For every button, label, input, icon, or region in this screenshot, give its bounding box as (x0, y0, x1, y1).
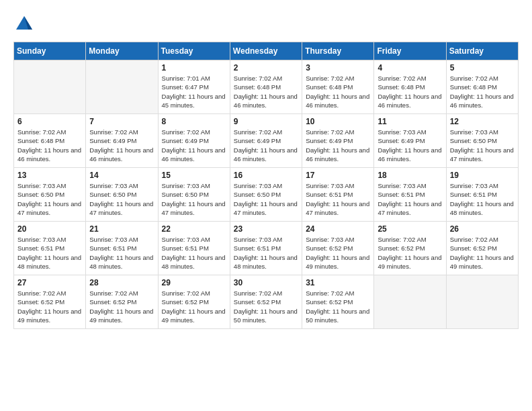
cell-info: Sunrise: 7:03 AMSunset: 6:51 PMDaylight:… (89, 235, 154, 271)
col-header-friday: Friday (374, 42, 446, 60)
cell-info: Sunrise: 7:02 AMSunset: 6:48 PMDaylight:… (306, 74, 370, 109)
day-number: 30 (234, 278, 298, 287)
day-number: 6 (17, 117, 82, 126)
calendar-cell: 3Sunrise: 7:02 AMSunset: 6:48 PMDaylight… (302, 60, 374, 114)
calendar-cell: 22Sunrise: 7:03 AMSunset: 6:51 PMDayligh… (158, 222, 230, 275)
day-number: 12 (450, 117, 515, 126)
day-number: 17 (306, 171, 370, 180)
cell-info: Sunrise: 7:02 AMSunset: 6:52 PMDaylight:… (450, 235, 515, 271)
day-number: 9 (234, 117, 298, 126)
day-number: 27 (17, 278, 82, 287)
calendar-cell: 31Sunrise: 7:02 AMSunset: 6:52 PMDayligh… (302, 275, 374, 329)
cell-info: Sunrise: 7:03 AMSunset: 6:49 PMDaylight:… (378, 128, 442, 163)
day-number: 11 (378, 117, 442, 126)
calendar-cell: 21Sunrise: 7:03 AMSunset: 6:51 PMDayligh… (86, 222, 158, 275)
calendar-cell (446, 275, 518, 329)
day-number: 23 (234, 224, 298, 234)
day-number: 3 (306, 63, 370, 73)
cell-info: Sunrise: 7:02 AMSunset: 6:49 PMDaylight:… (162, 128, 226, 163)
cell-info: Sunrise: 7:02 AMSunset: 6:52 PMDaylight:… (17, 289, 82, 324)
day-number: 29 (162, 278, 226, 287)
calendar-cell: 8Sunrise: 7:02 AMSunset: 6:49 PMDaylight… (158, 114, 230, 168)
day-number: 7 (89, 117, 154, 126)
calendar-cell: 27Sunrise: 7:02 AMSunset: 6:52 PMDayligh… (14, 275, 86, 329)
day-number: 31 (306, 278, 370, 287)
col-header-tuesday: Tuesday (158, 42, 230, 60)
cell-info: Sunrise: 7:02 AMSunset: 6:52 PMDaylight:… (162, 289, 226, 324)
calendar-cell: 11Sunrise: 7:03 AMSunset: 6:49 PMDayligh… (374, 114, 446, 168)
calendar-cell: 23Sunrise: 7:03 AMSunset: 6:51 PMDayligh… (230, 222, 302, 275)
calendar-cell: 28Sunrise: 7:02 AMSunset: 6:52 PMDayligh… (86, 275, 158, 329)
day-number: 21 (89, 224, 154, 234)
cell-info: Sunrise: 7:03 AMSunset: 6:52 PMDaylight:… (306, 235, 370, 271)
day-number: 8 (162, 117, 226, 126)
calendar-cell: 13Sunrise: 7:03 AMSunset: 6:50 PMDayligh… (14, 168, 86, 222)
cell-info: Sunrise: 7:03 AMSunset: 6:51 PMDaylight:… (17, 235, 82, 271)
day-number: 2 (234, 63, 298, 73)
day-number: 18 (378, 171, 442, 180)
calendar-cell: 12Sunrise: 7:03 AMSunset: 6:50 PMDayligh… (446, 114, 518, 168)
calendar-cell: 5Sunrise: 7:02 AMSunset: 6:48 PMDaylight… (446, 60, 518, 114)
calendar-table: SundayMondayTuesdayWednesdayThursdayFrid… (13, 42, 519, 329)
cell-info: Sunrise: 7:03 AMSunset: 6:51 PMDaylight:… (306, 181, 370, 217)
calendar-cell: 29Sunrise: 7:02 AMSunset: 6:52 PMDayligh… (158, 275, 230, 329)
cell-info: Sunrise: 7:02 AMSunset: 6:49 PMDaylight:… (234, 128, 298, 163)
col-header-wednesday: Wednesday (230, 42, 302, 60)
day-number: 19 (450, 171, 515, 180)
cell-info: Sunrise: 7:02 AMSunset: 6:52 PMDaylight:… (306, 289, 370, 324)
cell-info: Sunrise: 7:02 AMSunset: 6:49 PMDaylight:… (89, 128, 154, 163)
day-number: 14 (89, 171, 154, 180)
cell-info: Sunrise: 7:03 AMSunset: 6:51 PMDaylight:… (378, 181, 442, 217)
day-number: 5 (450, 63, 515, 73)
calendar-cell (374, 275, 446, 329)
calendar-cell: 10Sunrise: 7:02 AMSunset: 6:49 PMDayligh… (302, 114, 374, 168)
cell-info: Sunrise: 7:03 AMSunset: 6:51 PMDaylight:… (450, 181, 515, 217)
day-number: 10 (306, 117, 370, 126)
calendar-cell: 6Sunrise: 7:02 AMSunset: 6:48 PMDaylight… (14, 114, 86, 168)
cell-info: Sunrise: 7:02 AMSunset: 6:48 PMDaylight:… (450, 74, 515, 109)
calendar-row-4: 20Sunrise: 7:03 AMSunset: 6:51 PMDayligh… (14, 222, 519, 275)
calendar-cell: 26Sunrise: 7:02 AMSunset: 6:52 PMDayligh… (446, 222, 518, 275)
calendar-cell: 2Sunrise: 7:02 AMSunset: 6:48 PMDaylight… (230, 60, 302, 114)
calendar-cell: 30Sunrise: 7:02 AMSunset: 6:52 PMDayligh… (230, 275, 302, 329)
day-number: 22 (162, 224, 226, 234)
calendar-cell: 4Sunrise: 7:02 AMSunset: 6:48 PMDaylight… (374, 60, 446, 114)
cell-info: Sunrise: 7:02 AMSunset: 6:48 PMDaylight:… (378, 74, 442, 109)
cell-info: Sunrise: 7:03 AMSunset: 6:50 PMDaylight:… (89, 181, 154, 217)
cell-info: Sunrise: 7:03 AMSunset: 6:51 PMDaylight:… (234, 235, 298, 271)
cell-info: Sunrise: 7:02 AMSunset: 6:49 PMDaylight:… (306, 128, 370, 163)
cell-info: Sunrise: 7:02 AMSunset: 6:48 PMDaylight:… (17, 128, 82, 163)
calendar-cell: 16Sunrise: 7:03 AMSunset: 6:50 PMDayligh… (230, 168, 302, 222)
calendar-cell: 7Sunrise: 7:02 AMSunset: 6:49 PMDaylight… (86, 114, 158, 168)
day-number: 4 (378, 63, 442, 73)
cell-info: Sunrise: 7:03 AMSunset: 6:50 PMDaylight:… (162, 181, 226, 217)
cell-info: Sunrise: 7:03 AMSunset: 6:50 PMDaylight:… (234, 181, 298, 217)
calendar-cell: 17Sunrise: 7:03 AMSunset: 6:51 PMDayligh… (302, 168, 374, 222)
logo-icon (13, 13, 35, 35)
day-number: 16 (234, 171, 298, 180)
calendar-cell: 24Sunrise: 7:03 AMSunset: 6:52 PMDayligh… (302, 222, 374, 275)
calendar-row-5: 27Sunrise: 7:02 AMSunset: 6:52 PMDayligh… (14, 275, 519, 329)
calendar-cell: 9Sunrise: 7:02 AMSunset: 6:49 PMDaylight… (230, 114, 302, 168)
calendar-cell: 1Sunrise: 7:01 AMSunset: 6:47 PMDaylight… (158, 60, 230, 114)
calendar-cell: 25Sunrise: 7:02 AMSunset: 6:52 PMDayligh… (374, 222, 446, 275)
cell-info: Sunrise: 7:03 AMSunset: 6:50 PMDaylight:… (17, 181, 82, 217)
logo (13, 13, 38, 35)
calendar-row-2: 6Sunrise: 7:02 AMSunset: 6:48 PMDaylight… (14, 114, 519, 168)
day-number: 28 (89, 278, 154, 287)
cell-info: Sunrise: 7:03 AMSunset: 6:50 PMDaylight:… (450, 128, 515, 163)
day-number: 20 (17, 224, 82, 234)
cell-info: Sunrise: 7:02 AMSunset: 6:52 PMDaylight:… (378, 235, 442, 271)
col-header-saturday: Saturday (446, 42, 518, 60)
day-number: 25 (378, 224, 442, 234)
calendar-row-3: 13Sunrise: 7:03 AMSunset: 6:50 PMDayligh… (14, 168, 519, 222)
header (13, 13, 519, 35)
day-number: 24 (306, 224, 370, 234)
day-number: 26 (450, 224, 515, 234)
cell-info: Sunrise: 7:02 AMSunset: 6:52 PMDaylight:… (89, 289, 154, 324)
cell-info: Sunrise: 7:02 AMSunset: 6:52 PMDaylight:… (234, 289, 298, 324)
calendar-cell: 14Sunrise: 7:03 AMSunset: 6:50 PMDayligh… (86, 168, 158, 222)
page-container: SundayMondayTuesdayWednesdayThursdayFrid… (13, 13, 519, 329)
header-row: SundayMondayTuesdayWednesdayThursdayFrid… (14, 42, 519, 60)
day-number: 1 (162, 63, 226, 73)
